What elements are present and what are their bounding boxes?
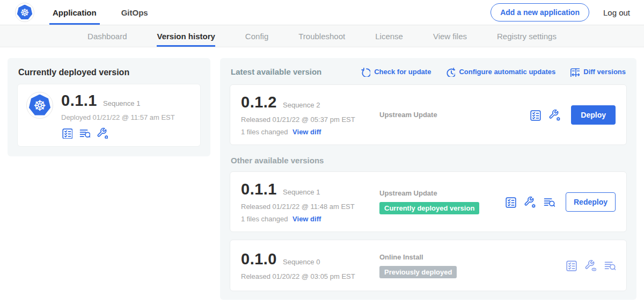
preflight-checklist-icon[interactable] bbox=[565, 259, 577, 271]
sequence-label: Sequence 1 bbox=[283, 188, 320, 196]
subnav-tab-registry-settings[interactable]: Registry settings bbox=[497, 25, 557, 47]
tab-application[interactable]: Application bbox=[49, 0, 100, 25]
edit-config-icon[interactable] bbox=[97, 127, 108, 139]
version-row-0-1-2: 0.1.2 Sequence 2 Released 01/21/22 @ 05:… bbox=[230, 84, 627, 145]
view-diff-link[interactable]: View diff bbox=[292, 128, 321, 136]
view-config-icon[interactable] bbox=[584, 259, 596, 271]
version-source-label: Online Install bbox=[379, 253, 565, 261]
version-number: 0.1.1 bbox=[241, 181, 277, 198]
split-diff-icon bbox=[569, 67, 580, 77]
version-row-0-1-0: 0.1.0 Sequence 0 Released 01/20/22 @ 03:… bbox=[230, 240, 627, 291]
view-diff-link[interactable]: View diff bbox=[292, 215, 321, 223]
edit-config-icon[interactable] bbox=[524, 196, 536, 208]
deploy-button[interactable]: Deploy bbox=[571, 105, 616, 125]
app-nav: Application GitOps bbox=[49, 0, 151, 25]
header-actions: Add a new application Log out bbox=[491, 0, 630, 25]
subnav-tab-version-history[interactable]: Version history bbox=[157, 25, 215, 47]
subnav-tab-config[interactable]: Config bbox=[245, 25, 268, 47]
subnav-tab-view-files[interactable]: View files bbox=[433, 25, 467, 47]
tab-gitops[interactable]: GitOps bbox=[118, 0, 151, 25]
version-actions: Check for update Configure automatic upd… bbox=[360, 67, 626, 77]
deployed-timestamp: Deployed 01/21/22 @ 11:57 am EST bbox=[61, 113, 175, 121]
currently-deployed-title: Currently deployed version bbox=[18, 68, 200, 77]
add-application-button[interactable]: Add a new application bbox=[491, 3, 589, 21]
version-history-panel: Latest available version Check for updat… bbox=[220, 58, 636, 300]
files-changed-label: 1 files changed bbox=[241, 128, 288, 136]
sequence-label: Sequence 2 bbox=[283, 101, 320, 109]
main-content: Currently deployed version ☸ 0.1.1 Seque… bbox=[0, 47, 644, 303]
sequence-label: Sequence 0 bbox=[283, 258, 320, 266]
version-number: 0.1.0 bbox=[241, 250, 277, 268]
currently-deployed-badge: Currently deployed version bbox=[379, 202, 479, 214]
edit-config-icon[interactable] bbox=[548, 109, 560, 121]
latest-available-header: Latest available version Check for updat… bbox=[231, 67, 626, 77]
deploy-logs-icon[interactable] bbox=[79, 127, 90, 139]
currently-deployed-panel: Currently deployed version ☸ 0.1.1 Seque… bbox=[8, 58, 210, 156]
preflight-checklist-icon[interactable] bbox=[61, 127, 72, 139]
currently-deployed-card: ☸ 0.1.1 Sequence 1 Deployed 01/21/22 @ 1… bbox=[17, 84, 201, 147]
version-number: 0.1.2 bbox=[241, 93, 277, 111]
configure-automatic-updates-link[interactable]: Configure automatic updates bbox=[445, 67, 555, 77]
deploy-logs-icon[interactable] bbox=[604, 259, 616, 271]
version-row-0-1-1: 0.1.1 Sequence 1 Released 01/21/22 @ 11:… bbox=[230, 171, 627, 232]
app-header: ☸ Application GitOps Add a new applicati… bbox=[0, 0, 644, 25]
subnav-tab-license[interactable]: License bbox=[375, 25, 403, 47]
clock-refresh-icon bbox=[445, 67, 455, 77]
diff-versions-link[interactable]: Diff versions bbox=[569, 67, 626, 77]
subnav-tab-troubleshoot[interactable]: Troubleshoot bbox=[298, 25, 345, 47]
deployed-version-number: 0.1.1 bbox=[61, 92, 97, 110]
subnav-tab-dashboard[interactable]: Dashboard bbox=[87, 25, 127, 47]
deployed-sequence-label: Sequence 1 bbox=[103, 99, 140, 107]
released-timestamp: Released 01/21/22 @ 05:37 pm EST bbox=[241, 116, 379, 124]
deployed-version-info: 0.1.1 Sequence 1 Deployed 01/21/22 @ 11:… bbox=[61, 92, 175, 139]
app-subnav: Dashboard Version history Config Trouble… bbox=[0, 25, 644, 47]
files-changed-label: 1 files changed bbox=[241, 215, 288, 223]
preflight-checklist-icon[interactable] bbox=[529, 109, 541, 121]
kubernetes-app-icon: ☸ bbox=[26, 92, 53, 119]
preflight-checklist-icon[interactable] bbox=[504, 196, 516, 208]
previously-deployed-badge: Previously deployed bbox=[379, 266, 457, 278]
version-source-label: Upstream Update bbox=[379, 111, 529, 119]
version-source-label: Upstream Update bbox=[379, 189, 504, 197]
refresh-icon bbox=[360, 67, 370, 77]
released-timestamp: Released 01/21/22 @ 11:48 am EST bbox=[241, 203, 379, 211]
other-available-title: Other available versions bbox=[231, 156, 626, 165]
latest-available-title: Latest available version bbox=[231, 67, 321, 76]
released-timestamp: Released 01/20/22 @ 03:05 pm EST bbox=[241, 272, 379, 280]
kubernetes-logo: ☸ bbox=[15, 3, 34, 22]
logout-button[interactable]: Log out bbox=[603, 8, 630, 17]
redeploy-button[interactable]: Redeploy bbox=[566, 192, 616, 212]
check-for-update-link[interactable]: Check for update bbox=[360, 67, 431, 77]
deploy-logs-icon[interactable] bbox=[543, 196, 555, 208]
